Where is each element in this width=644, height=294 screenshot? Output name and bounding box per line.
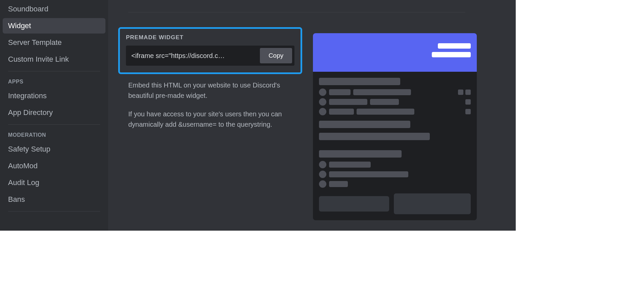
widget-description-1: Embed this HTML on your website to use D…	[128, 80, 286, 101]
sidebar-item-app-directory[interactable]: App Directory	[3, 105, 105, 120]
placeholder-user-row	[319, 161, 471, 168]
placeholder-icon	[458, 90, 463, 95]
widget-preview	[313, 33, 477, 220]
placeholder-bar	[432, 52, 471, 57]
sidebar-item-custom-invite-link[interactable]: Custom Invite Link	[3, 52, 105, 67]
placeholder-button	[319, 196, 389, 212]
content-divider	[128, 12, 465, 12]
avatar-icon	[319, 180, 326, 188]
widget-preview-header-lines	[432, 43, 471, 57]
placeholder-user-row	[319, 108, 471, 115]
avatar-icon	[319, 89, 326, 96]
sidebar-item-bans[interactable]: Bans	[3, 192, 105, 207]
avatar-icon	[319, 171, 326, 178]
widget-left-column: Premade Widget <iframe src="https://disc…	[128, 27, 303, 130]
placeholder-bar	[329, 99, 367, 105]
section-heading: Premade Widget	[126, 34, 294, 41]
sidebar-item-integrations[interactable]: Integrations	[3, 88, 105, 104]
placeholder-bar	[329, 162, 371, 168]
premade-widget-highlight: Premade Widget <iframe src="https://disc…	[118, 27, 302, 74]
sidebar-item-widget[interactable]: Widget	[3, 18, 105, 34]
placeholder-user-row	[319, 98, 471, 106]
placeholder-icons	[465, 109, 471, 114]
settings-main: Premade Widget <iframe src="https://disc…	[108, 0, 516, 231]
sidebar-item-server-template[interactable]: Server Template	[3, 35, 105, 50]
settings-sidebar: SoundboardWidgetServer TemplateCustom In…	[0, 0, 108, 231]
placeholder-bar	[329, 109, 354, 115]
placeholder-button	[394, 193, 471, 214]
placeholder-bar	[329, 181, 348, 187]
sidebar-divider	[8, 71, 100, 71]
placeholder-bar	[329, 89, 351, 95]
sidebar-divider	[8, 124, 100, 125]
placeholder-heading	[319, 150, 402, 158]
sidebar-item-audit-log[interactable]: Audit Log	[3, 175, 105, 190]
placeholder-user-row	[319, 89, 471, 96]
sidebar-divider	[8, 211, 100, 212]
placeholder-bar	[370, 99, 399, 105]
iframe-code-input[interactable]: <iframe src="https://discord.c…	[131, 48, 255, 63]
placeholder-icon	[465, 90, 471, 95]
widget-description-2: If you have access to your site's users …	[128, 109, 286, 130]
iframe-code-row: <iframe src="https://discord.c… Copy	[126, 46, 294, 66]
placeholder-heading	[319, 78, 400, 85]
sidebar-item-safety-setup[interactable]: Safety Setup	[3, 141, 105, 157]
premade-widget-section: Premade Widget <iframe src="https://disc…	[128, 27, 516, 220]
placeholder-bar	[319, 121, 410, 128]
placeholder-user-row	[319, 180, 471, 188]
widget-preview-body	[313, 72, 477, 196]
avatar-icon	[319, 161, 326, 168]
sidebar-item-automod[interactable]: AutoMod	[3, 158, 105, 174]
placeholder-bar	[319, 133, 430, 140]
sidebar-item-soundboard[interactable]: Soundboard	[3, 1, 105, 17]
app-window: SoundboardWidgetServer TemplateCustom In…	[0, 0, 516, 231]
placeholder-icon	[465, 99, 471, 105]
placeholder-bar	[357, 109, 414, 115]
placeholder-bar	[438, 43, 471, 49]
placeholder-icon	[465, 109, 471, 114]
avatar-icon	[319, 108, 326, 115]
sidebar-heading: MODERATION	[3, 129, 105, 140]
placeholder-bar	[353, 89, 411, 95]
placeholder-bar	[329, 171, 408, 177]
widget-preview-footer	[313, 196, 477, 220]
avatar-icon	[319, 98, 326, 106]
placeholder-icons	[465, 99, 471, 105]
widget-preview-header	[313, 33, 477, 72]
placeholder-icons	[458, 90, 471, 95]
placeholder-user-row	[319, 171, 471, 178]
copy-button[interactable]: Copy	[260, 48, 292, 63]
sidebar-heading: APPS	[3, 75, 105, 87]
